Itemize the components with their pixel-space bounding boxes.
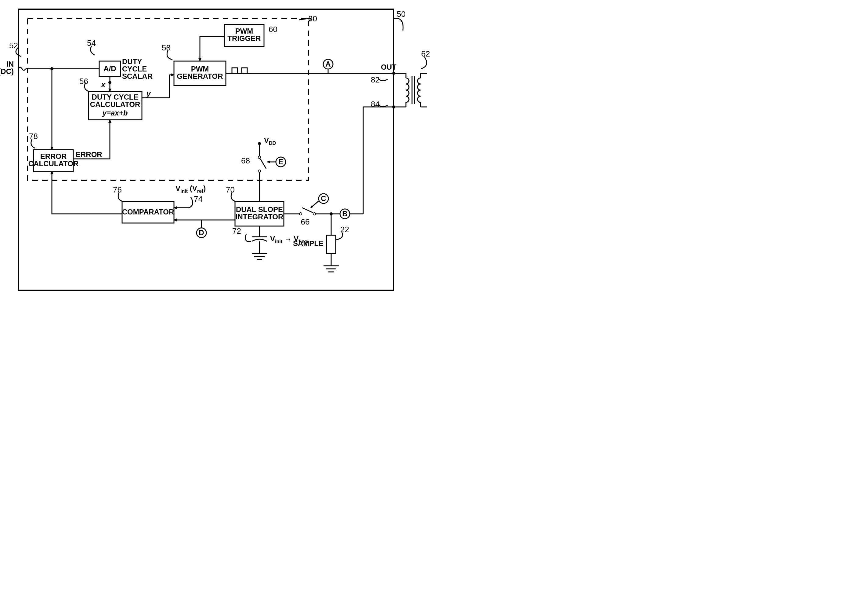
node-d-label: D (199, 229, 204, 237)
ref-82: 82 (371, 75, 380, 84)
ref-56: 56 (79, 77, 88, 86)
dsi-l1: DUAL SLOPE (236, 205, 283, 213)
ref-76: 76 (113, 185, 122, 194)
svg-line-29 (311, 201, 319, 208)
transformer-icon (394, 73, 427, 107)
dcc-l1: DUTY CYCLE (92, 93, 139, 101)
svg-point-27 (299, 213, 302, 215)
node-c-label: C (321, 194, 326, 202)
vdd-label: VDD (264, 136, 276, 146)
ref-78: 78 (29, 132, 38, 141)
ref-74: 74 (194, 194, 203, 204)
svg-point-0 (108, 81, 112, 84)
node-e-label: E (278, 158, 283, 166)
ref-66: 66 (301, 217, 310, 226)
x-label: x (101, 80, 106, 89)
wire-trig-gen (200, 37, 224, 61)
ref-70: 70 (226, 185, 235, 194)
scalar-l3: SCALAR (122, 72, 153, 80)
ref-50: 50 (397, 9, 406, 19)
node-b-label: B (342, 210, 347, 218)
dsi-l2: INTEGRATOR (236, 213, 283, 221)
node-a-label: A (326, 60, 330, 68)
svg-line-33 (260, 159, 266, 169)
in-label-l2: (DC) (0, 67, 14, 75)
ref-72: 72 (232, 226, 241, 236)
ref-68: 68 (241, 156, 250, 165)
in-label-l1: IN (6, 60, 14, 68)
pwmgen-l1: PWM (191, 65, 209, 73)
ad-label: A/D (104, 64, 116, 73)
scalar-l2: CYCLE (122, 65, 147, 73)
pwmgen-l2: GENERATOR (177, 72, 223, 80)
svg-line-26 (302, 208, 313, 213)
ref-58: 58 (162, 43, 170, 52)
vinit-final-label: Vinit → Vfinal (270, 235, 308, 244)
errcalc-l2: CALCULATOR (28, 160, 78, 168)
ref-54: 54 (87, 39, 96, 48)
svg-point-25 (313, 213, 316, 215)
circuit-diagram: 50 80 IN (DC) 52 A/D 54 DUTY CYCLE SCALA… (0, 0, 434, 306)
svg-point-34 (258, 170, 260, 172)
svg-point-32 (258, 156, 260, 159)
dcc-l2: CALCULATOR (90, 100, 140, 109)
ref-62: 62 (421, 49, 430, 58)
ref-22: 22 (340, 225, 349, 234)
y-label: y (146, 90, 151, 98)
pulse-icon (232, 68, 251, 73)
out-label: OUT (381, 63, 397, 71)
outer-box (18, 9, 394, 290)
ref-80: 80 (308, 14, 317, 23)
ref-52: 52 (9, 41, 18, 50)
dcc-eq: y=ax+b (102, 109, 128, 117)
ref-60: 60 (268, 25, 277, 34)
pwmtrig-l1: PWM (235, 27, 253, 35)
wire-comp-err (52, 171, 122, 214)
errcalc-l1: ERROR (40, 152, 67, 160)
vinit-vref-label: Vinit (Vref) (175, 184, 206, 194)
sample-resistor (327, 235, 336, 253)
pwmtrig-l2: TRIGGER (227, 34, 260, 42)
error-label: ERROR (76, 150, 102, 159)
scalar-l1: DUTY (122, 58, 142, 66)
comparator-label: COMPARATOR (122, 208, 174, 216)
